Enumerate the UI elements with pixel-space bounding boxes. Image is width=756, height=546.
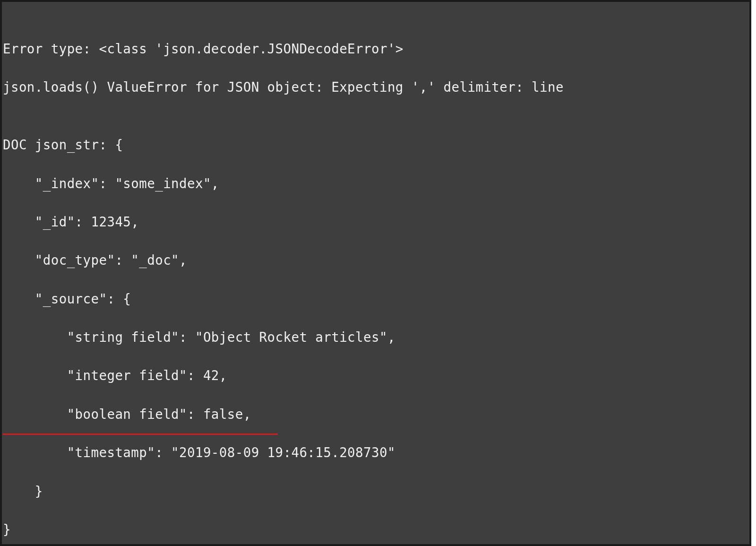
output-line: "integer field": 42, (3, 366, 749, 385)
output-line: Error type: <class 'json.decoder.JSONDec… (3, 39, 749, 59)
output-line: "string field": "Object Rocket articles"… (3, 328, 749, 347)
output-line: "_id": 12345, (3, 212, 749, 232)
highlight-underline (3, 433, 278, 435)
output-line: "doc_type": "_doc", (3, 251, 749, 270)
terminal-output-panel: Error type: <class 'json.decoder.JSONDec… (0, 0, 751, 546)
output-line: } (3, 482, 749, 501)
output-line: json.loads() ValueError for JSON object:… (3, 78, 749, 97)
output-line: "_index": "some_index", (3, 174, 749, 193)
output-line: "boolean field": false, (3, 405, 749, 424)
output-line: "_source": { (3, 289, 749, 309)
output-line: } (3, 520, 749, 539)
output-line: "timestamp": "2019-08-09 19:46:15.208730… (3, 443, 749, 462)
output-line: DOC json_str: { (3, 135, 749, 155)
